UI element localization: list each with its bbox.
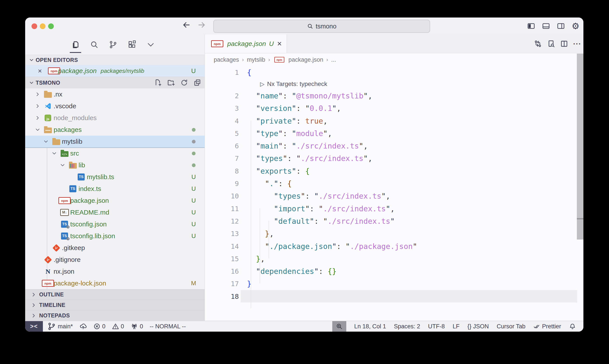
activity-search[interactable]	[90, 40, 99, 49]
tree-item-node-modules[interactable]: jsnode_modules	[25, 112, 205, 124]
search-editor-icon[interactable]	[547, 39, 555, 48]
chevron-down-icon[interactable]	[51, 150, 58, 156]
open-editors-header[interactable]: OPEN EDITORS	[25, 55, 205, 65]
tab-close-icon[interactable]: ×	[277, 39, 282, 48]
tree-item-packages[interactable]: packages	[25, 124, 205, 136]
chevron-down-icon[interactable]	[59, 162, 66, 168]
breadcrumb-item[interactable]: package.json	[288, 56, 323, 63]
close-window-button[interactable]	[31, 23, 37, 29]
status-cursor-position[interactable]: Ln 18, Col 1	[354, 323, 386, 330]
code-line-2[interactable]: 2 "name": "@tsmono/mytslib",	[205, 90, 583, 102]
sidebar-section-timeline[interactable]: TIMELINE	[25, 300, 205, 310]
open-changes-icon[interactable]	[534, 39, 542, 48]
code-line-7[interactable]: 7 "types": "./src/index.ts",	[205, 152, 583, 165]
editor-scrollbar[interactable]	[577, 53, 583, 321]
status-language-mode[interactable]: {} JSON	[467, 323, 489, 330]
remote-indicator[interactable]: ><	[25, 321, 43, 332]
settings-gear-icon[interactable]: ⚙	[571, 22, 580, 30]
refresh-icon[interactable]	[180, 79, 188, 87]
status-eol[interactable]: LF	[453, 323, 460, 330]
codelens-nx-targets[interactable]: ▷Nx Targets: typecheck	[205, 78, 583, 90]
tree-item-lib[interactable]: lib	[25, 159, 205, 171]
code-line-13[interactable]: 13 },	[205, 228, 583, 240]
tree-item-tsconfig-json[interactable]: TStsconfig.jsonU	[25, 218, 205, 230]
status-errors[interactable]: 0	[93, 323, 105, 330]
sidebar-section-outline[interactable]: OUTLINE	[25, 289, 205, 300]
chevron-right-icon[interactable]	[34, 115, 41, 121]
new-file-icon[interactable]	[154, 79, 162, 87]
activity-explorer[interactable]	[71, 40, 80, 49]
breadcrumb-item[interactable]: ...	[331, 56, 336, 63]
code-line-10[interactable]: 10 "types": "./src/index.ts",	[205, 190, 583, 202]
tree-item-src[interactable]: </>src	[25, 147, 205, 159]
status-ports[interactable]: 0	[130, 323, 143, 330]
tree-item-tsconfig-lib-json[interactable]: TStsconfig.lib.jsonU	[25, 230, 205, 242]
activity-more[interactable]	[146, 40, 155, 49]
code-line-17[interactable]: 17}	[205, 278, 583, 290]
tree-item-package-json[interactable]: npmpackage.jsonU	[25, 195, 205, 207]
minimize-window-button[interactable]	[40, 23, 46, 29]
tree-item--nx[interactable]: .nx	[25, 88, 205, 100]
open-editor-item[interactable]: × npm package.json packages/mytslib U	[25, 65, 205, 77]
code-line-3[interactable]: 3 "version": "0.0.1",	[205, 102, 583, 115]
status-label: 0	[140, 323, 143, 330]
activity-source-control[interactable]	[109, 40, 117, 49]
status-cursor-tab[interactable]: Cursor Tab	[497, 323, 525, 330]
explorer-section-header[interactable]: TSMONO	[25, 77, 205, 88]
tab-package-json[interactable]: npm package.json U ×	[205, 35, 287, 53]
more-actions-icon[interactable]: ···	[573, 39, 581, 48]
code-line-18[interactable]: 18	[205, 290, 583, 302]
tree-item--gitignore[interactable]: .gitignore	[25, 254, 205, 266]
status-branch[interactable]: main*	[47, 322, 73, 331]
tree-item-readme-md[interactable]: M↓README.mdU	[25, 207, 205, 218]
status-indentation[interactable]: Spaces: 2	[394, 323, 420, 330]
code-line-6[interactable]: 6 "main": "./src/index.ts",	[205, 140, 583, 152]
tree-item-package-lock-json[interactable]: npmpackage-lock.jsonM	[25, 277, 205, 289]
code-line-8[interactable]: 8 "exports": {	[205, 165, 583, 177]
breadcrumb-item[interactable]: mytslib	[247, 56, 265, 63]
code-line-14[interactable]: 14 "./package.json": "./package.json"	[205, 240, 583, 252]
scrollbar-thumb-secondary[interactable]	[577, 220, 583, 240]
chevron-down-icon[interactable]	[34, 127, 41, 133]
tree-item--vscode[interactable]: .vscode	[25, 100, 205, 112]
toggle-panel-icon[interactable]	[542, 22, 550, 30]
command-center-search[interactable]: tsmono	[213, 20, 430, 33]
status-encoding[interactable]: UTF-8	[428, 323, 445, 330]
tree-item-mytslib[interactable]: mytslib	[25, 136, 205, 148]
close-editor-icon[interactable]: ×	[38, 67, 42, 75]
status-warnings[interactable]: 0	[112, 323, 124, 330]
code-editor[interactable]: 1{▷Nx Targets: typecheck2 "name": "@tsmo…	[205, 66, 583, 321]
code-line-16[interactable]: 16 "dependencies": {}	[205, 265, 583, 277]
split-editor-icon[interactable]	[560, 39, 568, 48]
chevron-right-icon[interactable]	[34, 91, 41, 97]
code-line-1[interactable]: 1{	[205, 66, 583, 78]
status-notifications[interactable]	[569, 323, 576, 330]
status-formatter[interactable]: Prettier	[533, 323, 561, 330]
nav-back-icon[interactable]	[182, 21, 191, 29]
code-line-9[interactable]: 9 ".": {	[205, 177, 583, 190]
zoom-window-button[interactable]	[48, 23, 54, 29]
code-line-4[interactable]: 4 "private": true,	[205, 115, 583, 127]
breadcrumb-item[interactable]: packages	[214, 56, 239, 63]
toggle-sidebar-icon[interactable]	[527, 22, 535, 30]
code-line-11[interactable]: 11 "import": "./src/index.ts",	[205, 202, 583, 215]
code-line-5[interactable]: 5 "type": "module",	[205, 127, 583, 140]
nav-forward-icon[interactable]	[197, 21, 206, 29]
tree-item-mytslib-ts[interactable]: TSmytslib.tsU	[25, 171, 205, 183]
status-sync[interactable]	[79, 323, 87, 330]
new-folder-icon[interactable]	[167, 79, 175, 87]
sidebar-section-notepads[interactable]: NOTEPADS	[25, 310, 205, 321]
tree-item-nx-json[interactable]: Nnx.json	[25, 266, 205, 277]
scrollbar-thumb[interactable]	[577, 53, 583, 218]
chevron-right-icon[interactable]	[34, 103, 41, 109]
toggle-secondary-sidebar-icon[interactable]	[557, 22, 565, 30]
tree-item--gitkeep[interactable]: .gitkeep	[25, 242, 205, 254]
code-line-12[interactable]: 12 "default": "./src/index.ts"	[205, 215, 583, 227]
status-zoom-indicator[interactable]	[332, 321, 346, 332]
status-vim-mode[interactable]: -- NORMAL --	[150, 323, 186, 330]
code-line-15[interactable]: 15 },	[205, 252, 583, 265]
collapse-all-icon[interactable]	[193, 79, 201, 87]
tree-item-index-ts[interactable]: TSindex.tsU	[25, 183, 205, 195]
chevron-down-icon[interactable]	[43, 139, 49, 144]
activity-extensions[interactable]	[128, 40, 136, 49]
